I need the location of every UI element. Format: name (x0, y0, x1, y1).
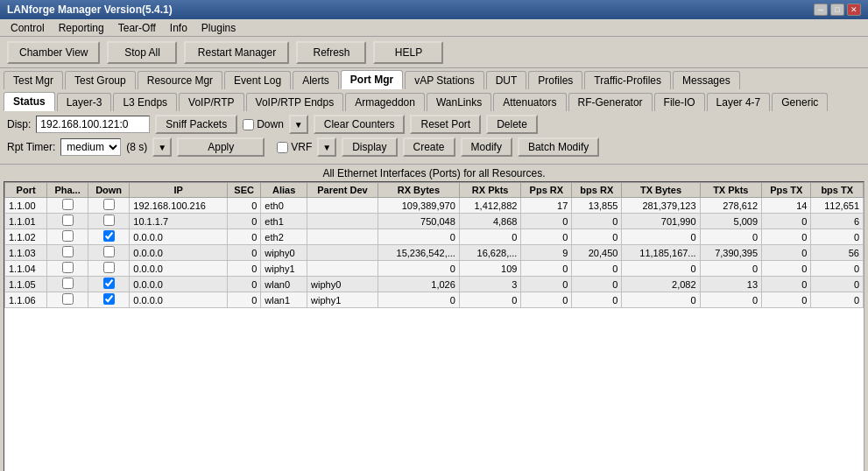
tab-alerts[interactable]: Alerts (293, 71, 339, 89)
table-cell[interactable] (47, 229, 88, 245)
tab-dut[interactable]: DUT (486, 71, 527, 89)
tab-l3-endps[interactable]: L3 Endps (113, 93, 177, 111)
table-cell[interactable] (88, 198, 129, 214)
tab-armageddon[interactable]: Armageddon (345, 93, 425, 111)
reset-port-button[interactable]: Reset Port (410, 115, 481, 134)
tab-voip-rtp[interactable]: VoIP/RTP (179, 93, 243, 111)
table-cell[interactable] (88, 292, 129, 308)
tab-wanlinks[interactable]: WanLinks (427, 93, 491, 111)
clear-counters-button[interactable]: Clear Counters (314, 115, 406, 134)
menu-bar: Control Reporting Tear-Off Info Plugins (0, 19, 868, 37)
tab-attenuators[interactable]: Attenuators (493, 93, 566, 111)
table-row[interactable]: 1.1.00192.168.100.2160eth0109,389,9701,4… (5, 198, 864, 214)
delete-button[interactable]: Delete (486, 115, 538, 134)
table-container[interactable]: Port Pha... Down IP SEC Alias Parent Dev… (4, 181, 864, 471)
rpt-timer-select[interactable]: medium fast slow (60, 138, 121, 156)
table-row[interactable]: 1.1.040.0.0.00wiphy10109000000 (5, 261, 864, 277)
help-button[interactable]: HELP (373, 41, 443, 64)
restart-manager-button[interactable]: Restart Manager (184, 41, 289, 64)
down-arrow-button[interactable]: ▼ (289, 115, 308, 134)
table-cell: 1.1.00 (5, 198, 47, 214)
table-cell: 11,185,167... (622, 245, 700, 261)
table-cell[interactable] (88, 214, 129, 229)
table-cell[interactable] (88, 277, 129, 292)
tab-traffic-profiles[interactable]: Traffic-Profiles (584, 71, 671, 89)
menu-reporting[interactable]: Reporting (52, 20, 111, 36)
table-cell[interactable] (47, 261, 88, 277)
tab-profiles[interactable]: Profiles (528, 71, 582, 89)
tab-layer3[interactable]: Layer-3 (57, 93, 112, 111)
tab-rf-generator[interactable]: RF-Generator (568, 93, 653, 111)
menu-tear-off[interactable]: Tear-Off (111, 20, 163, 36)
table-cell[interactable] (47, 292, 88, 308)
display-button[interactable]: Display (342, 137, 397, 157)
controls-area: Disp: Sniff Packets Down ▼ Clear Counter… (0, 111, 868, 165)
tab-vap-stations[interactable]: vAP Stations (405, 71, 483, 89)
table-cell: 7,390,395 (700, 245, 762, 261)
table-row[interactable]: 1.1.060.0.0.00wlan1wiphy100000000 (5, 292, 864, 308)
table-cell: 1.1.06 (5, 292, 47, 308)
table-row[interactable]: 1.1.0110.1.1.70eth1750,0484,86800701,990… (5, 214, 864, 229)
table-cell: wiphy0 (307, 277, 378, 292)
col-bps-rx: bps RX (572, 183, 622, 198)
table-row[interactable]: 1.1.030.0.0.00wiphy015,236,542,...16,628… (5, 245, 864, 261)
table-cell: 0 (227, 214, 261, 229)
close-button[interactable]: ✕ (847, 4, 861, 16)
disp-input[interactable] (36, 116, 150, 133)
vrf-arrow-button[interactable]: ▼ (317, 137, 336, 157)
tab-test-group[interactable]: Test Group (65, 71, 136, 89)
vrf-checkbox[interactable] (277, 142, 288, 153)
down-checkbox[interactable] (243, 119, 254, 130)
modify-button[interactable]: Modify (461, 137, 512, 157)
menu-control[interactable]: Control (4, 20, 52, 36)
menu-plugins[interactable]: Plugins (194, 20, 243, 36)
apply-button[interactable]: Apply (177, 137, 265, 157)
table-cell[interactable] (88, 261, 129, 277)
table-cell: 9 (521, 245, 572, 261)
table-cell[interactable] (88, 245, 129, 261)
tab-layer-4-7[interactable]: Layer 4-7 (707, 93, 771, 111)
refresh-button[interactable]: Refresh (296, 41, 366, 64)
tabs-row1: Test Mgr Test Group Resource Mgr Event L… (0, 68, 868, 89)
table-cell: wlan1 (261, 292, 307, 308)
maximize-button[interactable]: □ (830, 4, 844, 16)
tab-generic[interactable]: Generic (772, 93, 828, 111)
table-cell: 0.0.0.0 (130, 261, 228, 277)
table-cell[interactable] (47, 214, 88, 229)
col-tx-pkts: TX Pkts (700, 183, 762, 198)
table-cell: 0 (227, 245, 261, 261)
table-cell[interactable] (47, 245, 88, 261)
tab-voip-rtp-endps[interactable]: VoIP/RTP Endps (246, 93, 344, 111)
table-cell: 1,026 (378, 277, 459, 292)
rpt-timer-arrow[interactable]: ▼ (152, 137, 172, 157)
table-cell: 0 (572, 261, 622, 277)
table-cell: 14 (762, 198, 811, 214)
table-cell: 112,651 (811, 198, 864, 214)
tab-messages[interactable]: Messages (673, 71, 740, 89)
table-row[interactable]: 1.1.050.0.0.00wlan0wiphy01,0263002,08213… (5, 277, 864, 292)
menu-info[interactable]: Info (163, 20, 194, 36)
tab-status[interactable]: Status (4, 92, 55, 111)
table-row[interactable]: 1.1.020.0.0.00eth200000000 (5, 229, 864, 245)
col-rx-bytes: RX Bytes (378, 183, 459, 198)
chamber-view-button[interactable]: Chamber View (7, 41, 100, 64)
table-cell[interactable] (88, 229, 129, 245)
table-cell: wiphy0 (261, 245, 307, 261)
tab-resource-mgr[interactable]: Resource Mgr (138, 71, 222, 89)
table-cell[interactable] (47, 198, 88, 214)
table-cell: 6 (811, 214, 864, 229)
table-cell[interactable] (47, 277, 88, 292)
tab-test-mgr[interactable]: Test Mgr (4, 71, 63, 89)
tab-file-io[interactable]: File-IO (654, 93, 705, 111)
sniff-packets-button[interactable]: Sniff Packets (155, 115, 237, 134)
tab-port-mgr[interactable]: Port Mgr (341, 70, 403, 89)
table-cell: 0 (227, 261, 261, 277)
table-cell: 15,236,542,... (378, 245, 459, 261)
batch-modify-button[interactable]: Batch Modify (518, 137, 599, 157)
tab-event-log[interactable]: Event Log (224, 71, 291, 89)
stop-all-button[interactable]: Stop All (107, 41, 177, 64)
create-button[interactable]: Create (403, 137, 455, 157)
table-cell: 13,855 (572, 198, 622, 214)
close-icon: ✕ (850, 5, 857, 14)
minimize-button[interactable]: ─ (814, 4, 828, 16)
